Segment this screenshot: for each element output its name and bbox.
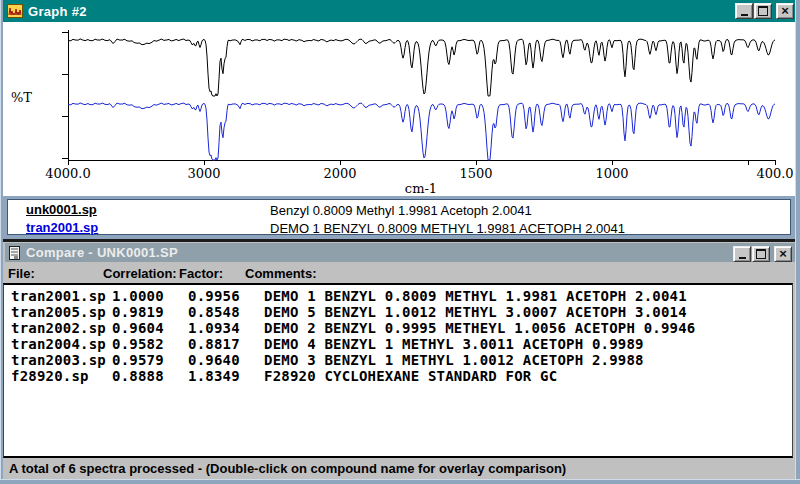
- cell-file[interactable]: tran2003.sp: [11, 352, 106, 368]
- cell-factor: 0.9640: [188, 352, 240, 368]
- legend-description: DEMO 1 BENZYL 0.8009 METHYL 1.9981 ACETO…: [270, 221, 625, 236]
- cell-file[interactable]: tran2005.sp: [11, 304, 106, 320]
- minimize-icon: [741, 14, 748, 16]
- trace-tran2001: [68, 103, 775, 160]
- cell-comments: DEMO 1 BENZYL 0.8009 METHYL 1.9981 ACETO…: [264, 288, 687, 304]
- window-frame-right: [795, 0, 800, 484]
- legend-file-link[interactable]: tran2001.sp: [26, 220, 98, 235]
- x-tick-label: 3000: [187, 166, 220, 181]
- cell-factor: 0.8817: [188, 336, 240, 352]
- cell-correlation: 0.9579: [112, 352, 164, 368]
- x-tick-label: 1500: [459, 166, 492, 181]
- cell-comments: F28920 CYCLOHEXANE STANDARD FOR GC: [264, 368, 557, 384]
- cell-file[interactable]: tran2002.sp: [11, 320, 106, 336]
- compare-column-headers: File: Correlation: Factor: Comments:: [3, 262, 795, 283]
- table-row[interactable]: tran2003.sp 0.9579 0.9640 DEMO 3 BENZYL …: [4, 352, 792, 368]
- legend-file-link[interactable]: unk0001.sp: [26, 202, 97, 217]
- table-row[interactable]: tran2002.sp 0.9604 1.0934 DEMO 2 BENZYL …: [4, 320, 792, 336]
- graph-window-title: Graph #2: [28, 4, 87, 19]
- legend-list: unk0001.sp Benzyl 0.8009 Methyl 1.9981 A…: [7, 199, 791, 235]
- x-axis-label: cm-1: [405, 181, 437, 196]
- cell-file[interactable]: f28920.sp: [11, 368, 89, 384]
- window-frame-left: [0, 0, 3, 484]
- minimize-button[interactable]: [733, 246, 751, 262]
- close-button[interactable]: ×: [774, 246, 792, 262]
- column-header-comments: Comments:: [245, 266, 317, 281]
- legend-description: Benzyl 0.8009 Methyl 1.9981 Acetoph 2.00…: [270, 203, 532, 218]
- cell-file[interactable]: tran2001.sp: [11, 288, 106, 304]
- cell-correlation: 0.9604: [112, 320, 164, 336]
- status-bar: A total of 6 spectra processed - (Double…: [3, 458, 795, 479]
- compare-window-title: Compare - UNK0001.SP: [26, 245, 178, 260]
- cell-correlation: 0.8888: [112, 368, 164, 384]
- close-button[interactable]: ×: [776, 3, 794, 19]
- close-icon: ×: [781, 6, 789, 16]
- column-header-file: File:: [8, 266, 35, 281]
- compare-window: Compare - UNK0001.SP × File: Correlation…: [3, 242, 795, 479]
- cell-factor: 1.8349: [188, 368, 240, 384]
- legend-row[interactable]: tran2001.sp DEMO 1 BENZYL 0.8009 METHYL …: [8, 219, 790, 237]
- column-header-factor: Factor:: [179, 266, 223, 281]
- table-row[interactable]: tran2004.sp 0.9582 0.8817 DEMO 4 BENZYL …: [4, 336, 792, 352]
- cell-correlation: 1.0000: [112, 288, 164, 304]
- cell-comments: DEMO 2 BENZYL 0.9995 METHEYL 1.0056 ACET…: [264, 320, 695, 336]
- x-tick-label: 400.0: [756, 166, 793, 181]
- cell-factor: 0.8548: [188, 304, 240, 320]
- maximize-button[interactable]: [752, 246, 770, 262]
- status-text: A total of 6 spectra processed - (Double…: [3, 461, 566, 476]
- maximize-icon: [756, 249, 766, 259]
- minimize-button[interactable]: [735, 3, 753, 19]
- compare-window-titlebar[interactable]: Compare - UNK0001.SP ×: [5, 243, 797, 262]
- cell-file[interactable]: tran2004.sp: [11, 336, 106, 352]
- close-icon: ×: [779, 249, 787, 259]
- graph-plot-area[interactable]: 4000.0 3000 2000 1500 1000 400.0 cm-1 %T: [3, 22, 795, 196]
- table-row[interactable]: tran2001.sp 1.0000 0.9956 DEMO 1 BENZYL …: [4, 288, 792, 304]
- y-axis-label: %T: [11, 90, 32, 105]
- table-row[interactable]: tran2005.sp 0.9819 0.8548 DEMO 5 BENZYL …: [4, 304, 792, 320]
- cell-correlation: 0.9582: [112, 336, 164, 352]
- document-icon: [9, 246, 21, 260]
- legend-panel: unk0001.sp Benzyl 0.8009 Methyl 1.9981 A…: [3, 196, 795, 239]
- cell-comments: DEMO 5 BENZYL 1.0012 METHYL 3.0007 ACETO…: [264, 304, 687, 320]
- window-frame-bottom: [0, 479, 800, 484]
- maximize-button[interactable]: [754, 3, 772, 19]
- maximize-icon: [758, 6, 768, 16]
- graph-window-titlebar[interactable]: Graph #2 ×: [3, 0, 799, 22]
- compare-results-list: tran2001.sp 1.0000 0.9956 DEMO 1 BENZYL …: [3, 283, 793, 458]
- cell-factor: 1.0934: [188, 320, 240, 336]
- x-tick-label: 4000.0: [45, 166, 91, 181]
- table-row[interactable]: f28920.sp 0.8888 1.8349 F28920 CYCLOHEXA…: [4, 368, 792, 384]
- app-window: Graph #2 ×: [0, 0, 800, 484]
- column-header-correlation: Correlation:: [103, 266, 177, 281]
- legend-row[interactable]: unk0001.sp Benzyl 0.8009 Methyl 1.9981 A…: [8, 201, 790, 219]
- cell-factor: 0.9956: [188, 288, 240, 304]
- trace-unk0001: [68, 39, 775, 96]
- spectrum-icon: [7, 4, 23, 18]
- x-tick-label: 1000: [595, 166, 628, 181]
- cell-comments: DEMO 3 BENZYL 1 METHYL 1.0012 ACETOPH 2.…: [264, 352, 644, 368]
- x-tick-label: 2000: [323, 166, 356, 181]
- cell-correlation: 0.9819: [112, 304, 164, 320]
- cell-comments: DEMO 4 BENZYL 1 METHYL 3.0011 ACETOPH 0.…: [264, 336, 644, 352]
- minimize-icon: [739, 257, 746, 259]
